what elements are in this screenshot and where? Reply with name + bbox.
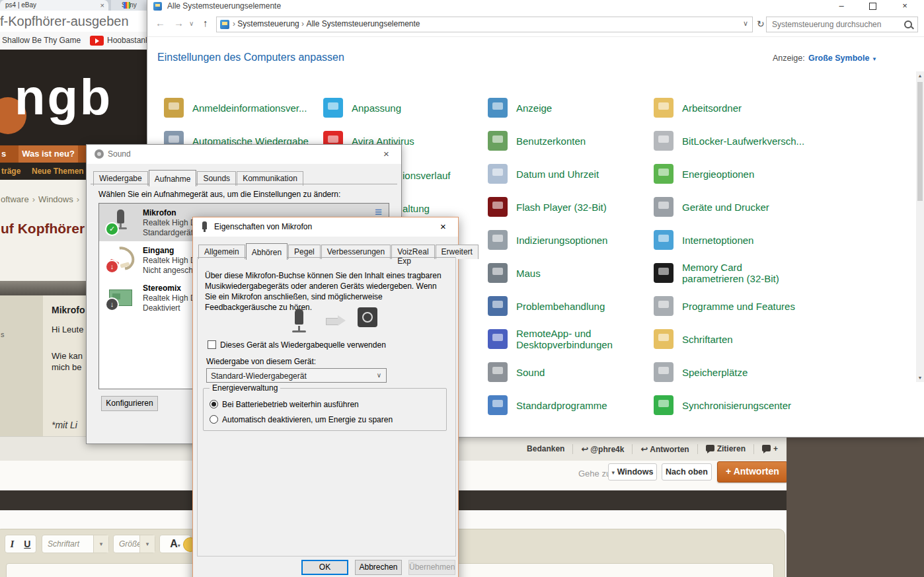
device-name: Mikrofon [143,208,176,217]
cp-item-label: Standardprogramme [516,400,607,411]
ngb-logo[interactable]: ngb [15,68,112,126]
device-name: Stereomix [143,284,181,293]
cancel-button[interactable]: Abbrechen [355,560,402,575]
device-status: Nicht angeschl [143,266,195,275]
cp-item-maus[interactable]: Maus [488,262,541,284]
nach-oben-button[interactable]: Nach oben [662,463,712,481]
cp-item-label: Energieoptionen [682,169,754,180]
close-button[interactable]: × [890,0,919,13]
maximize-button[interactable] [858,0,887,13]
cp-item-synchronisierungscenter[interactable]: Synchronisierungscenter [654,395,791,416]
subnav-item-neue-themen[interactable]: Neue Themen [32,163,84,180]
sound-dialog-title: Sound [108,149,131,159]
browser-tab-sony[interactable]: Sony [111,0,147,11]
search-placeholder: Systemsteuerung durchsuchen [772,20,881,29]
cp-item-energieoptionen[interactable]: Energieoptionen [654,163,754,184]
back-icon[interactable]: ← [155,17,165,28]
scroll-down-icon[interactable]: ▼ [916,375,924,380]
radio-label: Automatisch deaktivieren, um Energie zu … [222,415,393,424]
mic-close-icon[interactable]: × [428,217,458,237]
view-label: Anzeige: [773,54,805,63]
dropdown-icon[interactable]: ▾ [139,535,155,553]
tab-aufnahme[interactable]: Aufnahme [149,170,197,186]
sound-dialog-title-bar[interactable]: Sound × [87,145,401,164]
cp-item-label-fragment[interactable]: altung [403,203,430,214]
nav-item-fragment[interactable]: s [1,145,6,163]
tab-close-icon[interactable]: × [100,0,104,11]
cp-item-anpassung[interactable]: Anpassung [323,97,401,118]
browser-tab-ebay[interactable]: ps4 | eBay × [0,0,108,11]
mention-link[interactable]: ↩@phre4k [581,444,624,454]
device-driver: Realtek High D [143,256,196,265]
thank-link[interactable]: Bedanken [527,444,564,453]
refresh-icon[interactable]: ↻ [757,19,765,29]
wiedergabequelle-checkbox[interactable] [208,340,216,349]
cp-item-label-fragment[interactable]: ionsverlauf [403,170,451,181]
radio-keep-running[interactable] [210,400,218,408]
cp-item-sound[interactable]: Sound [488,362,545,383]
radio-auto-disable[interactable] [210,415,218,424]
tab-abhoeren[interactable]: Abhören [246,243,288,260]
cp-item-anmeldeinformationen[interactable]: Anmeldeinformationsver... [164,97,307,118]
cp-item-arbeitsordner[interactable]: Arbeitsordner [654,97,742,118]
history-dropdown-icon[interactable]: ∨ [189,20,194,27]
crumb-alle-elemente[interactable]: Alle Systemsteuerungselemente [306,19,420,28]
underline-button[interactable]: U [24,539,30,549]
crumb-systemsteuerung[interactable]: Systemsteuerung [237,19,299,28]
cp-item-label: Speicherplätze [682,367,748,378]
minimize-button[interactable]: – [827,0,856,13]
playback-device-select[interactable]: Standard-Wiedergabegerät ∨ [206,368,387,383]
multiquote-link[interactable]: + [762,444,778,453]
cp-title-bar[interactable]: Alle Systemsteuerungselemente – × [147,0,924,12]
breadcrumb-windows[interactable]: Windows [38,194,73,204]
cp-item-label: Anpassung [352,102,401,114]
goto-windows-button[interactable]: ▾ Windows [608,463,657,481]
cp-item-remoteapp[interactable]: RemoteApp- undDesktopverbindungen [488,328,613,350]
view-selector[interactable]: Große Symbole ▼ [808,54,877,63]
cp-item-benutzerkonten[interactable]: Benutzerkonten [488,130,586,151]
reply-link[interactable]: ↩Antworten [640,444,689,454]
subnav-item-fragment[interactable]: träge [1,163,20,180]
new-reply-button[interactable]: + Antworten [717,461,788,482]
italic-button[interactable]: I [11,539,15,550]
up-icon[interactable]: ↑ [203,17,208,28]
mic-dialog-title-bar[interactable]: Eigenschaften von Mikrofon × [193,217,458,237]
bookmark-hoobastank[interactable]: Hoobastank [107,32,149,50]
forward-icon[interactable]: → [174,17,184,28]
cp-item-memory-card[interactable]: Memory Cardparametrieren (32-Bit) [654,262,779,284]
nav-item-was-ist-neu[interactable]: Was ist neu? [19,145,78,163]
cp-item-flash-player[interactable]: Flash Player (32-Bit) [488,196,607,217]
cp-item-datum-uhrzeit[interactable]: Datum und Uhrzeit [488,163,599,184]
scrollbar-thumb[interactable] [917,82,923,201]
cp-item-indizierungsoptionen[interactable]: Indizierungsoptionen [488,229,607,250]
cp-item-problembehandlung[interactable]: Problembehandlung [488,295,605,317]
browser-tab-bar: ps4 | eBay × Sony [0,0,147,11]
cp-item-anzeige[interactable]: Anzeige [488,97,552,118]
youtube-icon[interactable] [90,36,104,46]
cp-item-schriftarten[interactable]: Schriftarten [654,328,733,350]
cp-window-title: Alle Systemsteuerungselemente [167,1,281,11]
breadcrumb-fragment[interactable]: oftware [1,194,29,204]
konfigurieren-button[interactable]: Konfigurieren [101,396,158,411]
address-bar[interactable]: › Systemsteuerung › Alle Systemsteuerung… [216,17,753,32]
address-dropdown-icon[interactable]: ∨ [743,19,748,28]
ok-button[interactable]: OK [301,560,348,575]
cp-item-standardprogramme[interactable]: Standardprogramme [488,395,607,416]
dropdown-icon[interactable]: ▾ [93,535,108,553]
sound-close-icon[interactable]: × [371,145,401,164]
cp-item-bitlocker[interactable]: BitLocker-Laufwerkversch... [654,130,804,151]
scroll-up-icon[interactable]: ▲ [916,73,924,78]
font-dropdown[interactable]: Schriftart ▾ [42,535,109,553]
cp-item-internetoptionen[interactable]: Internetoptionen [654,229,753,250]
view-value: Große Symbole [808,54,869,63]
size-dropdown[interactable]: Größe ▾ [113,535,155,553]
cp-item-speicherplaetze[interactable]: Speicherplätze [654,362,748,383]
cp-scrollbar[interactable]: ▲ ▼ [916,71,924,382]
bookmark-shallow[interactable]: Shallow Be Thy Game [2,36,81,45]
search-box[interactable]: Systemsteuerung durchsuchen [766,17,918,32]
search-icon[interactable] [904,20,912,28]
quote-link[interactable]: Zitieren [706,444,746,453]
cp-item-programme-features[interactable]: Programme und Features [654,295,795,317]
apply-button[interactable]: Übernehmen [408,560,455,575]
cp-item-geraete-drucker[interactable]: Geräte und Drucker [654,196,769,217]
